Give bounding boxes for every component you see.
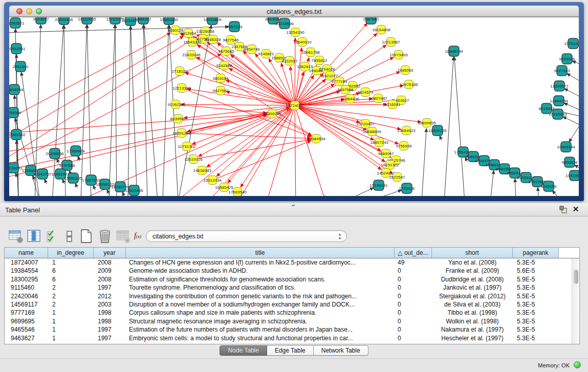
network-canvas[interactable]: 1872400786601288912954132260589827508165… — [9, 17, 579, 196]
network-node[interactable]: 16154808 — [372, 26, 390, 34]
network-edge[interactable] — [445, 57, 454, 196]
network-node[interactable]: 1733426 — [399, 183, 415, 193]
table-row[interactable]: 2242004622012Investigating the contribut… — [5, 292, 579, 300]
network-node[interactable]: 12610026 — [184, 155, 203, 164]
network-node[interactable]: 9106228 — [167, 100, 184, 109]
network-node[interactable]: 12213389 — [172, 84, 191, 93]
network-edge[interactable] — [237, 109, 293, 196]
network-node[interactable]: 18640910 — [293, 38, 312, 47]
network-edge[interactable] — [299, 99, 373, 105]
network-edge[interactable] — [563, 117, 579, 126]
table-row[interactable]: 1456911722003Disruption of a novel membe… — [5, 300, 579, 309]
network-edge[interactable] — [564, 89, 579, 97]
table-row[interactable]: 946554611997Estimation of the future num… — [5, 325, 579, 334]
network-edge[interactable] — [229, 68, 291, 103]
network-node[interactable]: 15751074 — [564, 38, 579, 49]
network-node[interactable]: 9329936 — [559, 54, 575, 64]
network-edge[interactable] — [538, 187, 539, 196]
network-node[interactable]: 20363302 — [9, 129, 26, 140]
network-node[interactable]: 17135061 — [9, 163, 23, 173]
network-node[interactable]: 10688609 — [363, 127, 381, 136]
network-node[interactable]: 20691406 — [55, 17, 73, 25]
network-edge[interactable] — [115, 25, 117, 196]
network-nodes[interactable]: 1872400786601288912954132260589827508165… — [9, 17, 579, 196]
table-select-dropdown[interactable]: citations_edges.txt ▲▼ — [146, 230, 347, 242]
network-edge[interactable] — [296, 110, 324, 196]
network-edge[interactable] — [9, 33, 170, 133]
network-edge[interactable] — [122, 192, 124, 196]
network-node[interactable]: 19384554 — [307, 135, 325, 143]
network-node[interactable]: 13226058 — [196, 27, 214, 36]
network-edge[interactable] — [186, 115, 267, 132]
table-settings-icon[interactable] — [8, 229, 24, 244]
network-node[interactable]: 9886302 — [135, 17, 151, 24]
network-edge[interactable] — [564, 103, 579, 110]
network-edge[interactable] — [45, 179, 47, 184]
network-edge[interactable] — [440, 136, 442, 140]
tab-edge-table[interactable]: Edge Table — [267, 345, 314, 356]
column-header-in_degree[interactable]: in_degree — [48, 248, 94, 258]
network-node[interactable]: 9756928 — [396, 142, 412, 150]
network-edge[interactable] — [216, 141, 311, 179]
delete-icon[interactable] — [97, 229, 113, 244]
column-header-title[interactable]: title — [126, 248, 395, 258]
network-edge[interactable] — [515, 179, 515, 196]
network-node[interactable]: 16961758 — [301, 48, 320, 57]
window-titlebar[interactable]: citations_edges.txt — [9, 6, 579, 17]
network-node[interactable]: 16033809 — [203, 17, 222, 25]
network-edge[interactable] — [491, 170, 494, 196]
column-header-name[interactable]: name — [5, 248, 48, 258]
scrollbar-thumb[interactable] — [574, 270, 578, 284]
network-node[interactable]: 9103557 — [33, 17, 49, 24]
table-row[interactable]: 946362711997Embryonic stem cells: a mode… — [5, 334, 579, 342]
network-edge[interactable] — [87, 25, 91, 196]
network-node[interactable]: 11283521 — [9, 18, 25, 28]
network-node[interactable]: 2718126 — [171, 67, 188, 76]
network-edge[interactable] — [567, 74, 579, 82]
network-node[interactable]: 15919622 — [565, 170, 579, 181]
network-node[interactable]: 12444154 — [550, 96, 568, 106]
network-edge[interactable] — [109, 25, 115, 196]
column-header-short[interactable]: short — [432, 248, 513, 258]
network-edge[interactable] — [93, 185, 95, 190]
select-columns-icon[interactable] — [27, 229, 42, 244]
row-checks-icon[interactable] — [45, 229, 60, 244]
network-node[interactable]: 16648784 — [445, 46, 463, 56]
network-edge[interactable] — [295, 110, 296, 196]
network-node[interactable]: 20364436 — [341, 95, 359, 103]
new-file-icon[interactable] — [79, 229, 94, 244]
network-edge[interactable] — [372, 190, 402, 196]
table-row[interactable]: 969969511998Structural magnetic resonanc… — [5, 317, 579, 325]
table-row[interactable]: 1872400712008Changes of HCN gene express… — [5, 258, 579, 267]
network-node[interactable]: 13254190 — [286, 28, 304, 37]
network-edge[interactable] — [295, 38, 295, 101]
tab-node-table[interactable]: Node Table — [220, 345, 267, 356]
network-node[interactable]: 7857224 — [226, 21, 243, 32]
network-edge[interactable] — [15, 173, 17, 178]
network-node[interactable]: 7485063 — [397, 66, 413, 75]
network-edge[interactable] — [181, 104, 291, 105]
rows-icon[interactable] — [62, 229, 78, 244]
network-edge[interactable] — [169, 25, 178, 196]
network-node[interactable]: 2087682 — [363, 17, 379, 24]
network-node[interactable]: 16409105 — [428, 125, 447, 136]
split-pane-grip-icon[interactable]: ▴▾ — [292, 204, 295, 207]
network-edge[interactable] — [297, 75, 314, 102]
network-node[interactable]: 12213987 — [382, 38, 400, 47]
network-edge[interactable] — [130, 26, 137, 196]
network-node[interactable]: 19654923 — [397, 126, 416, 135]
network-edge[interactable] — [107, 189, 109, 194]
network-node[interactable]: 11731302 — [178, 142, 197, 151]
table-row[interactable]: 1938455462009Genome-wide association stu… — [5, 267, 579, 275]
network-node[interactable]: 8639562 — [170, 115, 186, 123]
float-panel-icon[interactable] — [559, 206, 568, 214]
network-edge[interactable] — [552, 190, 559, 196]
network-node[interactable]: 20053351 — [9, 43, 26, 54]
network-edge[interactable] — [144, 25, 158, 196]
table-row[interactable]: 977716911998Corpus callosum shape and si… — [5, 309, 579, 317]
network-edge[interactable] — [422, 128, 427, 196]
network-edge[interactable] — [186, 133, 311, 138]
network-node[interactable]: 14636583 — [193, 166, 211, 175]
network-edge[interactable] — [572, 61, 579, 64]
network-edge[interactable] — [575, 165, 579, 169]
